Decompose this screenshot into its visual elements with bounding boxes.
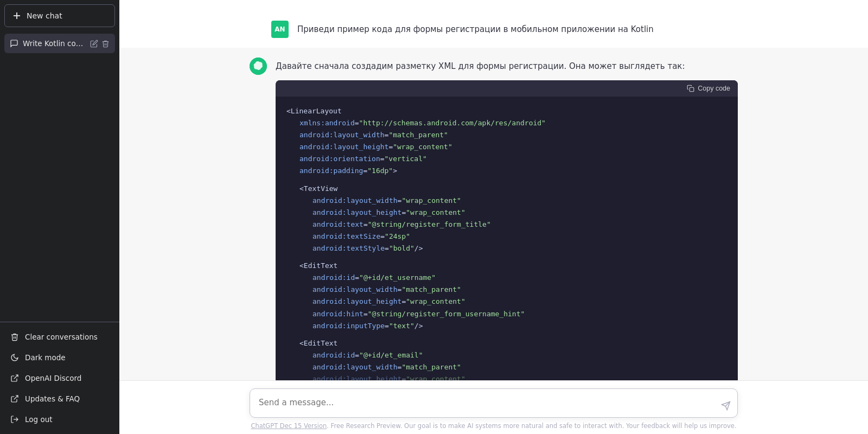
- code-line: android:layout_height="wrap_content": [286, 373, 727, 380]
- external-link-icon: [10, 373, 20, 383]
- code-line: android:orientation="vertical": [286, 153, 727, 165]
- conversation-label: Write Kotlin code for A: [23, 39, 86, 48]
- input-area: ChatGPT Dec 15 Version. Free Research Pr…: [119, 380, 868, 434]
- code-line: xmlns:android="http://schemas.android.co…: [286, 117, 727, 129]
- copy-code-button[interactable]: Copy code: [687, 85, 730, 92]
- conversation-item[interactable]: Write Kotlin code for A: [4, 34, 115, 53]
- chat-icon: [10, 39, 18, 48]
- svg-line-3: [14, 395, 18, 399]
- assistant-message-row: Давайте сначала создадим разметку XML дл…: [119, 48, 868, 380]
- code-line: android:layout_height="wrap_content": [286, 141, 727, 153]
- code-line: android:text="@string/register_form_titl…: [286, 219, 727, 231]
- sidebar-item-darkmode[interactable]: Dark mode: [4, 347, 115, 368]
- copy-code-label: Copy code: [698, 85, 730, 92]
- trash-icon: [10, 332, 20, 342]
- code-line: android:inputType="text"/>: [286, 320, 727, 332]
- input-wrapper: [250, 388, 738, 418]
- send-button[interactable]: [721, 401, 731, 411]
- gpt-avatar: [250, 58, 267, 75]
- footer-text: ChatGPT Dec 15 Version. Free Research Pr…: [250, 422, 738, 430]
- clear-conversations-label: Clear conversations: [25, 333, 98, 341]
- sidebar-item-clear[interactable]: Clear conversations: [4, 327, 115, 347]
- code-line: android:layout_height="wrap_content": [286, 207, 727, 219]
- code-line: android:id="@+id/et_username": [286, 272, 727, 284]
- code-line: android:layout_height="wrap_content": [286, 296, 727, 308]
- user-message-content: Приведи пример кода для формы регистраци…: [297, 21, 716, 38]
- discord-label: OpenAI Discord: [25, 374, 81, 382]
- copy-icon: [687, 85, 694, 92]
- dark-mode-label: Dark mode: [25, 353, 66, 362]
- sidebar-item-discord[interactable]: OpenAI Discord: [4, 368, 115, 388]
- user-message-row: AN Приведи пример кода для формы регистр…: [250, 11, 738, 48]
- footer-link[interactable]: ChatGPT Dec 15 Version: [251, 422, 327, 430]
- send-icon: [721, 401, 731, 411]
- code-line: android:layout_width="wrap_content": [286, 195, 727, 207]
- sidebar-item-logout[interactable]: Log out: [4, 409, 115, 430]
- chat-input[interactable]: [250, 389, 737, 417]
- conversation-list: Write Kotlin code for A: [0, 31, 119, 322]
- code-line: android:layout_width="match_parent": [286, 284, 727, 296]
- code-block: Copy code <LinearLayout xmlns:android="h…: [276, 80, 738, 380]
- code-line: <TextView: [286, 183, 727, 195]
- logout-label: Log out: [25, 415, 53, 424]
- logout-icon: [10, 414, 20, 424]
- code-blank: [286, 332, 727, 337]
- code-header: Copy code: [276, 80, 738, 97]
- moon-icon: [10, 353, 20, 362]
- code-line: android:hint="@string/register_form_user…: [286, 308, 727, 320]
- delete-icon[interactable]: [101, 40, 110, 48]
- sidebar: New chat Write Kotlin code for A: [0, 0, 119, 434]
- code-blank: [286, 254, 727, 260]
- external-link-icon-2: [10, 394, 20, 404]
- code-line: android:textStyle="bold"/>: [286, 242, 727, 254]
- code-line: <EditText: [286, 260, 727, 272]
- svg-line-2: [14, 375, 18, 379]
- chat-area: AN Приведи пример кода для формы регистр…: [119, 0, 868, 380]
- svg-rect-6: [690, 87, 694, 92]
- code-line: android:padding="16dp">: [286, 165, 727, 177]
- code-line: <LinearLayout: [286, 105, 727, 117]
- sidebar-bottom: Clear conversations Dark mode OpenAI Dis…: [0, 322, 119, 434]
- edit-icon[interactable]: [90, 40, 98, 48]
- code-line: <EditText: [286, 337, 727, 349]
- code-blank: [286, 177, 727, 183]
- code-line: android:layout_width="match_parent": [286, 129, 727, 141]
- code-line: android:layout_width="match_parent": [286, 361, 727, 373]
- main-content: AN Приведи пример кода для формы регистр…: [119, 0, 868, 434]
- assistant-intro-text: Давайте сначала создадим разметку XML дл…: [276, 61, 685, 71]
- assistant-message-content: Давайте сначала создадим разметку XML дл…: [276, 58, 738, 380]
- user-avatar: AN: [271, 21, 289, 38]
- code-body: <LinearLayout xmlns:android="http://sche…: [276, 97, 738, 380]
- new-chat-label: New chat: [27, 11, 62, 20]
- code-line: android:id="@+id/et_email": [286, 349, 727, 361]
- updates-label: Updates & FAQ: [25, 394, 80, 403]
- conversation-actions: [90, 40, 110, 48]
- footer-description: . Free Research Preview. Our goal is to …: [327, 422, 736, 430]
- sidebar-item-updates[interactable]: Updates & FAQ: [4, 388, 115, 409]
- new-chat-button[interactable]: New chat: [4, 4, 115, 27]
- plus-icon: [12, 11, 21, 20]
- code-line: android:textSize="24sp": [286, 231, 727, 242]
